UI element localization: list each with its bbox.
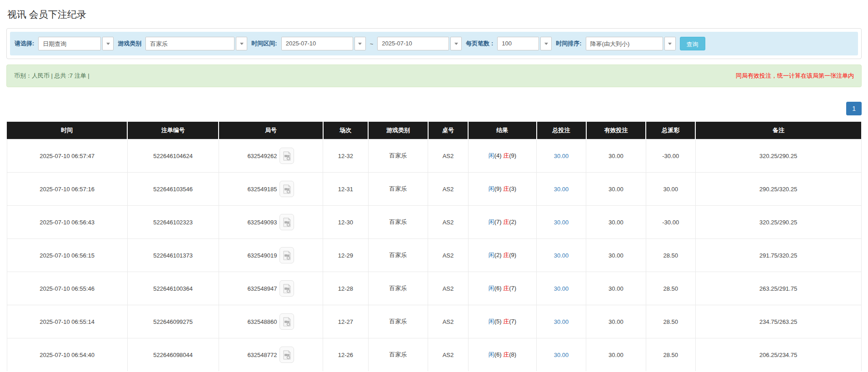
cell-time: 2025-07-10 06:56:15 — [7, 239, 127, 272]
cell-result: 闲(9) 庄(3) — [468, 173, 536, 206]
cell-valid-bet: 30.00 — [586, 239, 646, 272]
chevron-down-icon[interactable] — [354, 37, 366, 50]
query-type-select[interactable]: 日期查询 — [38, 37, 114, 50]
video-record-icon — [283, 350, 291, 360]
cell-valid-bet: 30.00 — [586, 338, 646, 372]
result-banker-label: 庄 — [503, 285, 509, 292]
total-bet-link[interactable]: 30.00 — [554, 252, 569, 259]
total-bet-link[interactable]: 30.00 — [554, 186, 569, 193]
result-banker-label: 庄 — [503, 252, 509, 258]
column-header-10: 备注 — [695, 122, 861, 139]
cell-payout: 28.50 — [646, 338, 695, 372]
cell-time: 2025-07-10 06:56:43 — [7, 206, 127, 239]
result-player-label: 闲 — [489, 318, 494, 325]
video-replay-button[interactable] — [279, 181, 294, 197]
cell-session: 12-32 — [323, 139, 369, 173]
cell-total-bet: 30.00 — [537, 338, 586, 372]
cell-session: 12-31 — [323, 173, 369, 206]
cell-table-no: AS2 — [428, 239, 468, 272]
date-to-select[interactable]: 2025-07-10 — [377, 37, 462, 50]
game-type-value[interactable]: 百家乐 — [145, 37, 234, 50]
total-bet-link[interactable]: 30.00 — [554, 153, 569, 159]
total-bet-link[interactable]: 30.00 — [554, 219, 569, 226]
sort-order-value[interactable]: 降幂(由大到小) — [586, 37, 663, 50]
video-replay-button[interactable] — [279, 148, 294, 164]
video-replay-button[interactable] — [279, 313, 294, 330]
result-player-value: (6) — [494, 351, 502, 358]
cell-time: 2025-07-10 06:55:14 — [7, 305, 127, 338]
column-header-7: 总投注 — [537, 122, 586, 139]
search-button[interactable]: 查询 — [680, 37, 705, 50]
sort-order-label: 时间排序: — [556, 40, 581, 48]
chevron-down-icon[interactable] — [664, 37, 676, 50]
date-from-value[interactable]: 2025-07-10 — [281, 37, 353, 50]
cell-total-bet: 30.00 — [537, 206, 586, 239]
cell-round: 632549019 — [219, 239, 323, 272]
cell-game-type: 百家乐 — [368, 173, 428, 206]
table-row: 2025-07-10 06:55:46522646100364632548947… — [7, 272, 861, 305]
cell-payout: 30.00 — [646, 173, 695, 206]
cell-remark: 320.25/290.25 — [695, 206, 861, 239]
page-title: 视讯 会员下注纪录 — [7, 8, 861, 21]
cell-payout: 28.50 — [646, 272, 695, 305]
cell-bet-id: 522646098044 — [127, 338, 219, 372]
table-header-row: 时间注单编号局号场次游戏类别桌号结果总投注有效投注总派彩备注 — [7, 122, 861, 139]
cell-payout: -30.00 — [646, 206, 695, 239]
cell-bet-id: 522646101373 — [127, 239, 219, 272]
date-range-label: 时间区间: — [251, 40, 277, 48]
cell-result: 闲(2) 庄(9) — [468, 239, 536, 272]
total-bet-link[interactable]: 30.00 — [554, 352, 569, 358]
cell-bet-id: 522646099275 — [127, 305, 219, 338]
sort-order-select[interactable]: 降幂(由大到小) — [586, 37, 676, 50]
video-record-icon — [283, 251, 291, 260]
result-banker-value: (7) — [509, 285, 516, 292]
cell-table-no: AS2 — [428, 139, 468, 173]
round-number: 632549185 — [247, 186, 277, 193]
cell-remark: 234.75/263.25 — [695, 305, 861, 338]
result-player-label: 闲 — [489, 152, 494, 159]
cell-game-type: 百家乐 — [368, 206, 428, 239]
summary-bar: 币别：人民币 | 总共 :7 注单 | 同局有效投注，统一计算在该局第一张注单内 — [6, 64, 862, 87]
cell-game-type: 百家乐 — [368, 272, 428, 305]
result-banker-label: 庄 — [503, 318, 509, 325]
game-type-select[interactable]: 百家乐 — [145, 37, 247, 50]
total-bet-link[interactable]: 30.00 — [554, 285, 569, 292]
video-replay-button[interactable] — [279, 347, 294, 363]
column-header-5: 桌号 — [428, 122, 468, 139]
chevron-down-icon[interactable] — [540, 37, 552, 50]
page-button-1[interactable]: 1 — [846, 102, 862, 115]
cell-game-type: 百家乐 — [368, 338, 428, 372]
cell-payout: 28.50 — [646, 305, 695, 338]
video-record-icon — [283, 184, 291, 194]
page-size-select[interactable]: 100 — [497, 37, 552, 50]
column-header-9: 总派彩 — [646, 122, 695, 139]
cell-round: 632549262 — [219, 139, 323, 173]
table-row: 2025-07-10 06:57:16522646103546632549185… — [7, 173, 861, 206]
round-number: 632549262 — [247, 153, 277, 159]
date-from-select[interactable]: 2025-07-10 — [281, 37, 366, 50]
cell-table-no: AS2 — [428, 272, 468, 305]
date-to-value[interactable]: 2025-07-10 — [377, 37, 449, 50]
video-replay-button[interactable] — [279, 280, 294, 297]
cell-remark: 291.75/320.25 — [695, 239, 861, 272]
result-player-value: (6) — [494, 285, 502, 292]
video-replay-button[interactable] — [279, 247, 294, 263]
result-player-value: (7) — [494, 218, 502, 225]
cell-session: 12-30 — [323, 206, 369, 239]
chevron-down-icon[interactable] — [102, 37, 114, 50]
cell-bet-id: 522646100364 — [127, 272, 219, 305]
chevron-down-icon[interactable] — [450, 37, 462, 50]
cell-session: 12-28 — [323, 272, 369, 305]
pagination-top: 1 — [6, 102, 862, 115]
cell-valid-bet: 30.00 — [586, 305, 646, 338]
total-bet-link[interactable]: 30.00 — [554, 318, 569, 325]
query-type-value[interactable]: 日期查询 — [38, 37, 101, 50]
result-player-label: 闲 — [489, 285, 494, 292]
page-size-value[interactable]: 100 — [497, 37, 539, 50]
cell-remark: 263.25/291.75 — [695, 272, 861, 305]
result-banker-label: 庄 — [503, 218, 509, 225]
result-player-label: 闲 — [489, 218, 494, 225]
chevron-down-icon[interactable] — [236, 37, 247, 50]
cell-game-type: 百家乐 — [368, 239, 428, 272]
video-replay-button[interactable] — [279, 214, 294, 230]
